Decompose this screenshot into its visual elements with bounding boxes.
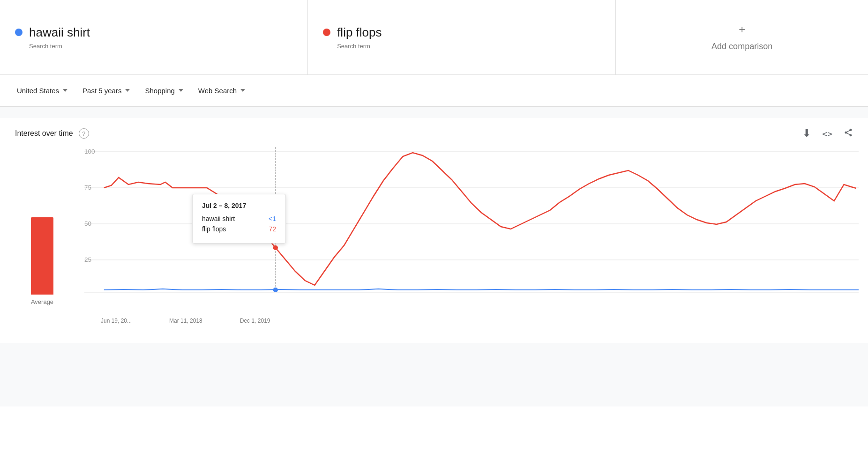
- tooltip-dot-blue: [273, 288, 278, 292]
- average-section: Average: [0, 147, 84, 324]
- filters-bar: United States Past 5 years Shopping Web …: [0, 75, 868, 107]
- term2-name: flip flops: [337, 25, 382, 40]
- main-chart-area[interactable]: 100 75 50 25: [84, 147, 859, 324]
- category-label: Shopping: [145, 87, 174, 95]
- time-range-chevron-icon: [125, 89, 130, 92]
- location-chevron-icon: [63, 89, 67, 92]
- svg-text:25: 25: [84, 256, 91, 263]
- search-terms-bar: hawaii shirt Search term flip flops Sear…: [0, 0, 868, 75]
- location-label: United States: [17, 87, 59, 95]
- tooltip-value-2: 72: [269, 225, 276, 233]
- chart-section: Interest over time ? ⬇ <> Average: [0, 107, 868, 406]
- search-term-item-2: flip flops Search term: [308, 0, 616, 74]
- tooltip-term-2: flip flops: [202, 225, 226, 233]
- share-button[interactable]: [844, 128, 853, 140]
- download-button[interactable]: ⬇: [802, 127, 811, 140]
- category-filter[interactable]: Shopping: [137, 83, 190, 98]
- x-label-3: Dec 1, 2019: [240, 318, 270, 324]
- category-chevron-icon: [179, 89, 183, 92]
- help-circle-button[interactable]: ?: [79, 128, 89, 139]
- search-type-filter[interactable]: Web Search: [191, 83, 253, 98]
- avg-bar: [31, 217, 53, 295]
- term1-dot: [15, 29, 22, 36]
- chart-header: Interest over time ? ⬇ <>: [0, 127, 868, 147]
- term1-type: Search term: [29, 43, 292, 50]
- svg-text:100: 100: [84, 148, 95, 155]
- term2-type: Search term: [337, 43, 600, 50]
- add-comparison-label: Add comparison: [711, 42, 772, 52]
- tooltip-value-1: <1: [269, 215, 276, 222]
- chart-tooltip: Jul 2 – 8, 2017 hawaii shirt <1 flip flo…: [192, 194, 286, 244]
- x-label-1: Jun 19, 20...: [101, 318, 132, 324]
- avg-label: Average: [31, 298, 53, 305]
- tooltip-date: Jul 2 – 8, 2017: [202, 202, 276, 209]
- hawaii-shirt-line: [104, 289, 859, 290]
- tooltip-row-2: flip flops 72: [202, 225, 276, 233]
- tooltip-row-1: hawaii shirt <1: [202, 215, 276, 222]
- term2-name-row: flip flops: [323, 25, 600, 40]
- chart-actions: ⬇ <>: [802, 127, 853, 140]
- time-range-label: Past 5 years: [82, 87, 121, 95]
- term2-dot: [323, 29, 330, 36]
- search-term-item-1: hawaii shirt Search term: [0, 0, 308, 74]
- chart-body: Average 100 75 50 25: [0, 147, 868, 324]
- chart-title-row: Interest over time ?: [15, 128, 89, 139]
- svg-text:50: 50: [84, 220, 91, 227]
- x-label-2: Mar 11, 2018: [169, 318, 202, 324]
- search-type-chevron-icon: [240, 89, 245, 92]
- help-icon: ?: [82, 130, 85, 137]
- time-range-filter[interactable]: Past 5 years: [75, 83, 137, 98]
- svg-text:75: 75: [84, 184, 91, 191]
- term1-name: hawaii shirt: [29, 25, 90, 40]
- x-label-end: [270, 318, 859, 324]
- term1-name-row: hawaii shirt: [15, 25, 292, 40]
- chart-title: Interest over time: [15, 129, 73, 138]
- tooltip-dot-red: [273, 245, 278, 250]
- search-type-label: Web Search: [198, 87, 237, 95]
- chart-container: Interest over time ? ⬇ <> Average: [0, 118, 868, 343]
- tooltip-term-1: hawaii shirt: [202, 215, 235, 222]
- x-axis-labels: Jun 19, 20... Mar 11, 2018 Dec 1, 2019: [84, 316, 859, 324]
- location-filter[interactable]: United States: [9, 83, 75, 98]
- add-comparison-button[interactable]: + Add comparison: [616, 0, 868, 74]
- embed-button[interactable]: <>: [822, 129, 832, 139]
- plus-icon: +: [739, 23, 745, 36]
- avg-bar-container: [28, 154, 56, 295]
